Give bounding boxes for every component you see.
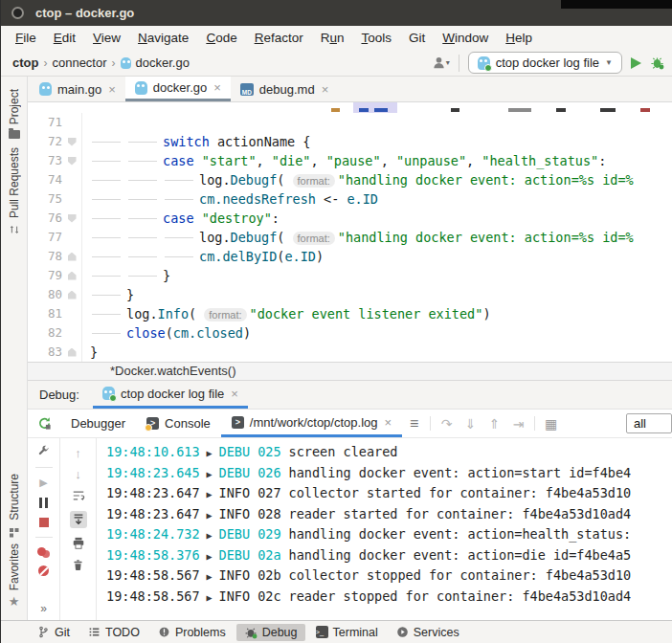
fold-marker-icon[interactable] bbox=[62, 266, 81, 285]
fold-marker-icon[interactable] bbox=[62, 285, 81, 304]
restore-layout-icon[interactable]: ▦ bbox=[539, 410, 563, 437]
resume-program-icon[interactable]: ▶ bbox=[39, 477, 47, 488]
code-token: cm.closed bbox=[173, 325, 243, 341]
tool-window-button-pull-requests[interactable]: Pull Requests bbox=[1, 147, 27, 235]
console-tab-mnt-work-ctop-ctop-log[interactable]: >/mnt/work/ctop/ctop.log× bbox=[221, 410, 402, 437]
editor-tab-main-go[interactable]: main.go× bbox=[30, 77, 125, 101]
close-icon[interactable]: × bbox=[108, 82, 116, 97]
fold-marker-icon[interactable] bbox=[62, 132, 81, 151]
mute-breakpoints-icon[interactable] bbox=[38, 565, 49, 576]
editor-tab-debug-md[interactable]: debug.md× bbox=[231, 77, 338, 101]
breadcrumb-file[interactable]: docker.go bbox=[136, 55, 190, 70]
log-arrow-icon: ▶ bbox=[207, 448, 213, 458]
more-actions-icon[interactable]: » bbox=[40, 602, 47, 615]
menu-item-edit[interactable]: Edit bbox=[45, 29, 84, 47]
status-bar-item-todo[interactable]: TODO bbox=[80, 624, 147, 641]
clipped-code-fragment bbox=[374, 108, 388, 112]
breadcrumb-project[interactable]: ctop bbox=[12, 55, 38, 70]
console-filter-combo[interactable]: all bbox=[626, 413, 672, 433]
code-token: case bbox=[163, 211, 194, 226]
fold-marker-icon[interactable] bbox=[62, 209, 81, 228]
tool-window-button-favorites[interactable]: Favorites★ bbox=[1, 543, 27, 608]
close-icon[interactable]: × bbox=[322, 82, 329, 97]
print-icon[interactable] bbox=[72, 537, 85, 550]
code-line[interactable]: 71 bbox=[28, 113, 672, 132]
console-tab-debugger[interactable]: Debugger bbox=[60, 410, 136, 437]
close-icon[interactable]: × bbox=[213, 80, 221, 95]
code-line[interactable]: 83} bbox=[28, 343, 672, 362]
code-line[interactable]: 82close(cm.closed) bbox=[28, 323, 672, 343]
menu-item-refactor[interactable]: Refactor bbox=[246, 29, 312, 47]
code-line[interactable]: 74log.Debugf( format:"handling docker ev… bbox=[28, 170, 672, 189]
stop-icon[interactable] bbox=[39, 518, 49, 527]
pause-program-icon[interactable] bbox=[39, 498, 48, 508]
menu-item-view[interactable]: View bbox=[84, 29, 129, 47]
fold-marker-icon[interactable] bbox=[62, 247, 81, 266]
clipped-code-fragment bbox=[556, 108, 566, 112]
code-line[interactable]: 76case "destroy": bbox=[28, 209, 672, 228]
tool-window-button-project[interactable]: Project bbox=[1, 89, 27, 139]
menu-item-code[interactable]: Code bbox=[197, 29, 245, 47]
menu-item-window[interactable]: Window bbox=[434, 29, 497, 47]
rerun-icon[interactable] bbox=[28, 410, 60, 437]
hamburger-menu-icon[interactable]: ≡ bbox=[402, 410, 426, 437]
code-line[interactable]: 75cm.needsRefresh <- e.ID bbox=[28, 189, 672, 209]
menu-item-help[interactable]: Help bbox=[497, 29, 541, 47]
code-editor[interactable]: 7172switch actionName {73case "start", "… bbox=[28, 102, 672, 362]
code-token: log. bbox=[199, 172, 231, 188]
soft-wrap-icon[interactable] bbox=[72, 489, 85, 502]
services-icon bbox=[396, 626, 409, 638]
breadcrumb-package[interactable]: connector bbox=[52, 55, 106, 70]
code-token: } bbox=[90, 344, 98, 360]
run-play-icon[interactable] bbox=[631, 57, 641, 69]
log-arrow-icon: ▶ bbox=[207, 530, 213, 541]
code-line[interactable]: 80} bbox=[28, 285, 672, 304]
log-message: reader stopped for container: f4be4a53d1… bbox=[289, 588, 632, 604]
code-line[interactable]: 73case "start", "die", "pause", "unpause… bbox=[28, 151, 672, 170]
status-bar-item-git[interactable]: Git bbox=[30, 624, 78, 641]
code-line[interactable]: 79} bbox=[28, 266, 672, 285]
down-stack-icon[interactable]: ↓ bbox=[75, 468, 81, 480]
user-icon[interactable]: ▾ bbox=[432, 55, 450, 70]
status-bar-item-services[interactable]: Services bbox=[389, 624, 467, 641]
tab-whitespace bbox=[90, 209, 126, 228]
debug-session-tab[interactable]: ctop docker log file × bbox=[93, 381, 248, 409]
status-bar-item-problems[interactable]: Problems bbox=[150, 624, 234, 641]
code-line[interactable]: 77log.Debugf( format:"handling docker ev… bbox=[28, 228, 672, 247]
run-to-cursor-icon[interactable]: ⇥ bbox=[506, 410, 530, 437]
close-icon[interactable]: × bbox=[384, 415, 392, 430]
status-bar-item-debug[interactable]: Debug bbox=[236, 624, 305, 641]
settings-wrench-icon[interactable] bbox=[37, 445, 50, 457]
menu-item-file[interactable]: File bbox=[7, 29, 45, 47]
fold-marker-icon[interactable] bbox=[62, 343, 81, 362]
status-bar-item-terminal[interactable]: Terminal bbox=[308, 624, 386, 641]
close-icon[interactable]: × bbox=[231, 387, 238, 401]
menu-item-tools[interactable]: Tools bbox=[352, 29, 400, 47]
line-number: 71 bbox=[28, 113, 62, 132]
step-over-icon[interactable]: ↷ bbox=[435, 410, 459, 437]
step-out-icon[interactable]: ⇑ bbox=[482, 410, 506, 437]
clear-trash-icon[interactable] bbox=[72, 559, 84, 571]
editor-tab-docker-go[interactable]: docker.go× bbox=[125, 77, 231, 101]
menu-item-run[interactable]: Run bbox=[312, 29, 353, 47]
debug-bug-icon[interactable] bbox=[650, 55, 664, 70]
fold-marker-icon[interactable] bbox=[62, 151, 81, 170]
step-into-icon[interactable]: ⇓ bbox=[459, 410, 482, 437]
menu-item-navigate[interactable]: Navigate bbox=[129, 29, 197, 47]
scroll-to-end-icon[interactable] bbox=[70, 511, 87, 528]
console-icon: > bbox=[232, 416, 244, 429]
code-line[interactable]: 78cm.delByID(e.ID) bbox=[28, 247, 672, 266]
view-breakpoints-icon[interactable] bbox=[37, 547, 46, 556]
tool-window-button-structure[interactable]: Structure bbox=[1, 474, 27, 535]
go-file-icon bbox=[121, 57, 131, 69]
console-tab-console[interactable]: >Console bbox=[136, 410, 221, 437]
run-configuration-combo[interactable]: ctop docker log file ▼ bbox=[468, 52, 622, 74]
menu-item-git[interactable]: Git bbox=[400, 29, 434, 47]
log-message: collector started for container: f4be4a5… bbox=[289, 485, 632, 500]
up-stack-icon[interactable]: ↑ bbox=[75, 447, 81, 459]
log-level: INFO 02c bbox=[219, 588, 281, 604]
code-line[interactable]: 72switch actionName { bbox=[28, 132, 672, 151]
code-line[interactable]: 81log.Info( format:"docker event listene… bbox=[28, 304, 672, 323]
separator bbox=[35, 537, 53, 538]
window-menu-icon[interactable] bbox=[11, 7, 24, 19]
